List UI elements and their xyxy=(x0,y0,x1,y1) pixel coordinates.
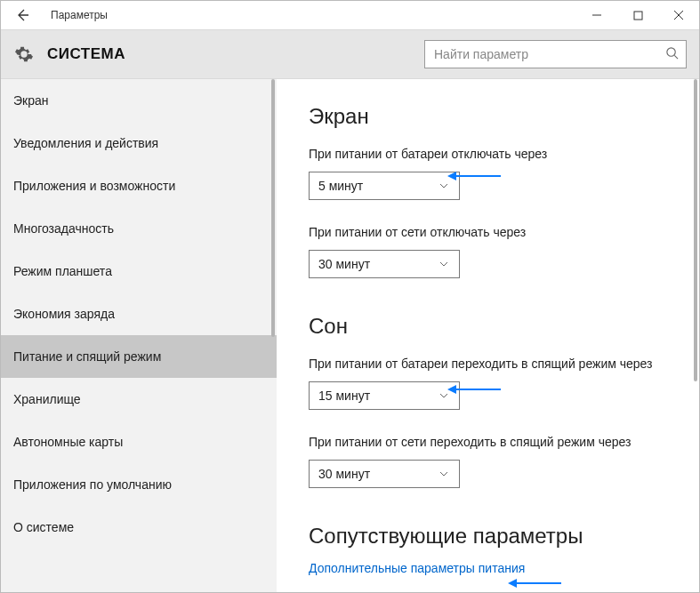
sidebar-item-offline-maps[interactable]: Автономные карты xyxy=(1,421,277,463)
sidebar-item-label: О системе xyxy=(13,520,74,534)
sidebar-item-label: Экономия заряда xyxy=(13,307,115,321)
gear-icon xyxy=(13,44,35,65)
sleep-ac-select[interactable]: 30 минут xyxy=(309,460,460,488)
minimize-button[interactable] xyxy=(576,1,617,29)
maximize-button[interactable] xyxy=(617,1,658,29)
back-arrow-icon xyxy=(15,8,29,22)
chevron-down-icon xyxy=(438,468,450,480)
window-title: Параметры xyxy=(44,9,108,21)
svg-marker-3 xyxy=(447,172,456,180)
svg-marker-5 xyxy=(447,385,456,394)
sleep-heading: Сон xyxy=(309,314,672,339)
sidebar-item-label: Многозадачность xyxy=(13,221,114,236)
sidebar-item-label: Питание и спящий режим xyxy=(13,349,161,364)
annotation-arrow xyxy=(447,170,501,182)
screen-battery-value: 5 минут xyxy=(318,179,363,193)
svg-point-1 xyxy=(667,48,675,56)
screen-heading: Экран xyxy=(309,104,672,129)
content-scrollbar-thumb[interactable] xyxy=(694,79,697,381)
content-scrollbar[interactable] xyxy=(687,79,699,592)
maximize-icon xyxy=(633,11,643,20)
sidebar-item-label: Приложения и возможности xyxy=(13,179,175,193)
screen-ac-select[interactable]: 30 минут xyxy=(309,250,460,278)
annotation-arrow xyxy=(447,383,501,396)
sidebar-item-multitasking[interactable]: Многозадачность xyxy=(1,207,277,250)
chevron-down-icon xyxy=(438,258,450,270)
sleep-battery-value: 15 минут xyxy=(318,389,370,403)
sidebar-item-label: Экран xyxy=(13,93,49,108)
screen-ac-value: 30 минут xyxy=(318,257,370,271)
sidebar-item-notifications[interactable]: Уведомления и действия xyxy=(1,122,277,164)
sleep-battery-label: При питании от батареи переходить в спящ… xyxy=(309,357,672,371)
sidebar-item-label: Уведомления и действия xyxy=(13,136,158,150)
sidebar-item-label: Приложения по умолчанию xyxy=(13,477,172,492)
sleep-ac-value: 30 минут xyxy=(318,467,370,481)
section-title: СИСТЕМА xyxy=(47,45,125,63)
search-placeholder: Найти параметр xyxy=(434,47,665,61)
back-button[interactable] xyxy=(1,1,44,29)
sidebar-scrollbar[interactable] xyxy=(264,79,277,592)
svg-rect-0 xyxy=(634,12,642,20)
sidebar-item-default-apps[interactable]: Приложения по умолчанию xyxy=(1,463,277,506)
sidebar: Экран Уведомления и действия Приложения … xyxy=(1,79,277,592)
sidebar-item-label: Режим планшета xyxy=(13,264,112,278)
sidebar-item-tablet-mode[interactable]: Режим планшета xyxy=(1,250,277,292)
search-icon xyxy=(665,46,679,62)
annotation-arrow xyxy=(508,577,561,589)
content-area: Экран При питании от батареи отключать ч… xyxy=(277,79,699,592)
related-heading: Сопутствующие параметры xyxy=(309,524,672,549)
sleep-battery-select[interactable]: 15 минут xyxy=(309,381,460,410)
minimize-icon xyxy=(591,10,602,20)
screen-battery-select[interactable]: 5 минут xyxy=(309,172,460,200)
sidebar-item-display[interactable]: Экран xyxy=(1,79,277,122)
sidebar-item-power-sleep[interactable]: Питание и спящий режим xyxy=(1,335,277,378)
additional-power-settings-link[interactable]: Дополнительные параметры питания xyxy=(309,561,672,575)
screen-battery-label: При питании от батареи отключать через xyxy=(309,147,672,161)
close-button[interactable] xyxy=(658,1,699,29)
sidebar-item-apps[interactable]: Приложения и возможности xyxy=(1,164,277,207)
sidebar-item-label: Хранилище xyxy=(13,392,81,406)
header: СИСТЕМА Найти параметр xyxy=(1,29,699,79)
screen-ac-label: При питании от сети отключать через xyxy=(309,225,672,239)
close-icon xyxy=(673,10,684,20)
sleep-ac-label: При питании от сети переходить в спящий … xyxy=(309,435,672,449)
sidebar-scrollbar-thumb[interactable] xyxy=(271,79,275,337)
sidebar-item-about[interactable]: О системе xyxy=(1,506,277,549)
search-input[interactable]: Найти параметр xyxy=(424,40,687,68)
svg-marker-7 xyxy=(508,579,517,588)
sidebar-item-label: Автономные карты xyxy=(13,435,123,449)
titlebar: Параметры xyxy=(1,1,699,29)
sidebar-item-battery-saver[interactable]: Экономия заряда xyxy=(1,292,277,335)
sidebar-item-storage[interactable]: Хранилище xyxy=(1,378,277,421)
